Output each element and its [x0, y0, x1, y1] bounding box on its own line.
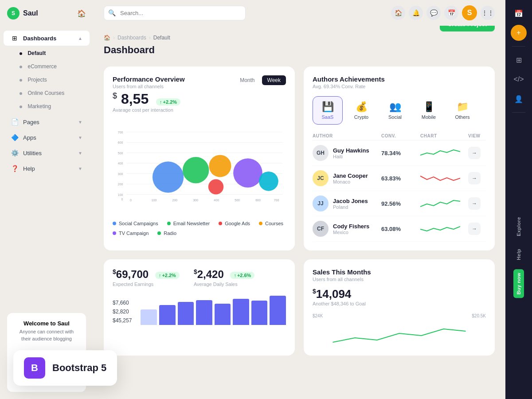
author-tab-saas[interactable]: 💾 SaaS — [313, 96, 343, 125]
sidebar-item-pages[interactable]: 📄 Pages ▼ — [4, 114, 90, 129]
sidebar-label-default: Default — [27, 50, 46, 56]
view-btn-cody[interactable]: → — [468, 223, 481, 235]
topbar-chat-icon[interactable]: 💬 — [426, 6, 441, 20]
breadcrumb-home-icon[interactable]: 🏠 — [104, 35, 110, 41]
sidebar-toggle-icon[interactable]: 🏠 — [77, 9, 86, 18]
bar — [215, 304, 231, 325]
bootstrap-badge: B Bootstrap 5 — [13, 350, 117, 386]
page-title: Dashboard — [104, 44, 170, 56]
mini-chart-cody — [420, 222, 460, 235]
saas-icon: 💾 — [322, 101, 334, 113]
performance-badge: ↑ +2.2% — [156, 98, 180, 106]
view-btn-jacob[interactable]: → — [468, 197, 481, 210]
help-button[interactable]: Help — [513, 245, 524, 264]
svg-text:600: 600 — [255, 199, 261, 202]
svg-text:500: 500 — [118, 152, 123, 155]
dashboards-icon: ⊞ — [11, 34, 19, 42]
legend-social: Social Campaigns — [113, 221, 158, 226]
author-tab-crypto[interactable]: 💰 Crypto — [346, 96, 376, 125]
svg-text:300: 300 — [118, 172, 123, 176]
explore-button[interactable]: Explore — [513, 213, 524, 240]
crypto-icon: 💰 — [356, 101, 368, 113]
topbar-bell-icon[interactable]: 🔔 — [409, 6, 423, 20]
search-input[interactable] — [104, 6, 246, 20]
rp-code-icon[interactable]: </> — [511, 71, 527, 87]
sidebar-label-projects: Projects — [27, 77, 47, 83]
mobile-icon: 📱 — [423, 101, 435, 113]
performance-sub: Users from all channels — [113, 84, 185, 89]
sidebar-label-utilities: Utilities — [23, 150, 42, 156]
author-tab-social[interactable]: 👥 Social — [380, 96, 410, 125]
rp-plus-icon[interactable]: + — [511, 25, 527, 41]
dashboard-grid: Performance Overview Users from all chan… — [104, 66, 495, 356]
page-content: 🏠 › Dashboards › Default Dashboard Creat… — [93, 26, 505, 399]
welcome-title: Welcome to Saul — [14, 320, 79, 327]
svg-text:200: 200 — [172, 199, 178, 202]
svg-text:400: 400 — [118, 162, 123, 165]
sidebar-label-online-courses: Online Courses — [27, 90, 64, 96]
earnings-label: Expected Earnings — [113, 282, 180, 287]
tab-month[interactable]: Month — [235, 75, 260, 85]
utilities-icon: ⚙️ — [11, 149, 19, 157]
rp-user-icon[interactable]: 👤 — [511, 91, 527, 107]
sidebar-item-help[interactable]: ❓ Help ▼ — [4, 161, 90, 176]
sidebar-logo: S Saul — [7, 7, 38, 20]
rp-grid-icon[interactable]: ⊞ — [511, 52, 527, 68]
search-icon: 🔍 — [108, 9, 116, 16]
bootstrap-label: Bootstrap 5 — [52, 362, 106, 374]
view-btn-jane[interactable]: → — [468, 172, 481, 184]
topbar-right: 🏠 🔔 💬 📅 S ⋮⋮ — [391, 5, 495, 20]
mini-chart-jane — [420, 172, 460, 185]
buy-now-button[interactable]: Buy now — [513, 269, 524, 298]
rp-calendar-icon[interactable]: 📅 — [511, 5, 527, 21]
legend-tv: TV Campaign — [113, 231, 149, 236]
avatar-cody: CF — [313, 221, 329, 237]
logo-circle: S — [7, 7, 20, 20]
sidebar-title: Saul — [23, 9, 38, 17]
bubble-chart: 700 600 500 400 300 200 100 0 0 100 200 … — [113, 118, 286, 215]
bar — [196, 300, 212, 325]
sidebar-header: S Saul 🏠 — [0, 0, 93, 27]
avatar-jane: JC — [313, 170, 329, 186]
author-tab-others[interactable]: 📁 Others — [447, 96, 477, 125]
topbar-calendar-icon[interactable]: 📅 — [444, 6, 458, 20]
breadcrumb-dashboards[interactable]: Dashboards — [117, 35, 146, 41]
author-tab-mobile[interactable]: 📱 Mobile — [414, 96, 444, 125]
legend-google: Google Ads — [219, 221, 250, 226]
others-icon: 📁 — [457, 101, 469, 113]
view-btn-guy[interactable]: → — [468, 147, 481, 159]
mini-chart-guy — [420, 146, 460, 160]
sidebar-item-apps[interactable]: 🔷 Apps ▼ — [4, 130, 90, 145]
authors-table-header: AUTHOR CONV. CHART VIEW — [313, 132, 486, 141]
table-row: CF Cody Fishers Mexico 63.08% → — [313, 216, 486, 242]
sidebar-item-utilities[interactable]: ⚙️ Utilities ▼ — [4, 145, 90, 160]
create-project-button[interactable]: Create Project — [440, 26, 495, 31]
bar — [270, 296, 286, 325]
sales-metric: $14,094 — [313, 287, 486, 301]
tab-week[interactable]: Week — [262, 75, 286, 85]
user-avatar[interactable]: S — [462, 5, 477, 20]
breadcrumb: 🏠 › Dashboards › Default — [104, 35, 170, 41]
svg-text:200: 200 — [118, 183, 123, 186]
sidebar-item-online-courses[interactable]: Online Courses — [0, 86, 93, 99]
help-icon: ❓ — [11, 164, 19, 172]
sidebar-item-projects[interactable]: Projects — [0, 73, 93, 86]
svg-text:600: 600 — [118, 141, 123, 144]
sidebar-item-default[interactable]: Default — [0, 46, 93, 59]
sidebar-item-marketing[interactable]: Marketing — [0, 99, 93, 113]
sidebar-item-dashboards[interactable]: ⊞ Dashboards ▲ — [4, 31, 90, 46]
topbar-grid-icon[interactable]: ⋮⋮ — [481, 6, 495, 20]
sidebar-nav: ⊞ Dashboards ▲ Default eCommerce Project… — [0, 27, 93, 306]
social-icon: 👥 — [389, 101, 401, 113]
performance-metric: $ 8,55 — [113, 91, 153, 107]
svg-text:500: 500 — [235, 199, 240, 202]
daily-badge: ↑ +2.6% — [230, 272, 254, 279]
topbar-home-icon[interactable]: 🏠 — [391, 6, 405, 20]
svg-text:700: 700 — [274, 199, 279, 202]
authors-sub: Avg. 69.34% Conv. Rate — [313, 84, 486, 89]
sidebar-item-ecommerce[interactable]: eCommerce — [0, 59, 93, 73]
pages-icon: 📄 — [11, 118, 19, 126]
bar — [178, 302, 194, 325]
sales-goal: Another $48,346 to Goal — [313, 301, 486, 306]
chevron-down-icon-apps: ▼ — [78, 135, 82, 140]
